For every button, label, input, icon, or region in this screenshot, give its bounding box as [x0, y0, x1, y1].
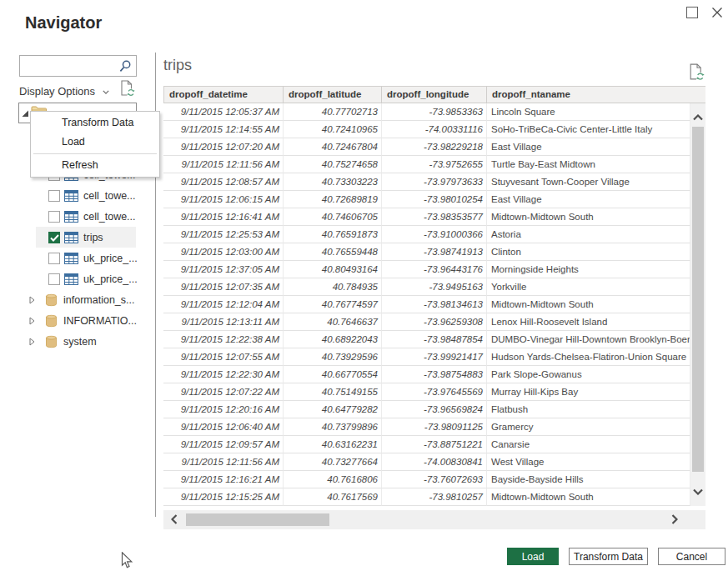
menu-item-transform-data[interactable]: Transform Data [31, 113, 159, 133]
tree-item-table[interactable]: uk_price_... [18, 268, 137, 289]
horizontal-scroll-thumb[interactable] [186, 513, 329, 526]
tree-item-database[interactable]: system [18, 331, 137, 352]
display-options-dropdown[interactable]: Display Options [19, 83, 109, 98]
table-row: 9/11/2015 12:06:40 AM 40.73799896 -73.98… [163, 418, 705, 436]
cell: -73.98353577 [382, 208, 487, 226]
cell: 40.73929596 [284, 348, 382, 366]
cell: -73.98229218 [382, 138, 487, 156]
table-icon [64, 190, 78, 202]
search-box[interactable] [19, 55, 137, 77]
load-button[interactable]: Load [507, 548, 559, 565]
cell: Lincoln Square [487, 103, 690, 121]
cell: 9/11/2015 12:12:04 AM [163, 296, 284, 313]
checkbox[interactable] [48, 273, 60, 285]
cell: 9/11/2015 12:07:20 AM [163, 138, 284, 156]
cell: 9/11/2015 12:16:41 AM [163, 208, 284, 226]
tree-item-database[interactable]: information_s... [18, 289, 137, 310]
vertical-scroll-thumb[interactable] [692, 127, 704, 472]
data-preview-table: dropoff_datetime dropoff_latitude dropof… [163, 86, 705, 506]
column-header[interactable]: dropoff_latitude [284, 87, 382, 103]
cell: 40.66770554 [284, 366, 382, 383]
scroll-left-icon[interactable] [171, 514, 178, 524]
table-row: 9/11/2015 12:15:25 AM 40.7617569 -73.981… [163, 488, 705, 506]
display-options-label: Display Options [19, 85, 95, 98]
table-row: 9/11/2015 12:11:56 AM 40.73277664 -74.00… [163, 453, 705, 471]
cell: -73.98741913 [382, 243, 487, 261]
maximize-button[interactable] [686, 7, 698, 18]
horizontal-scrollbar[interactable] [163, 510, 684, 529]
cell: 40.80493164 [284, 261, 382, 278]
chevron-right-icon[interactable] [29, 317, 35, 325]
table-row: 9/11/2015 12:06:15 AM 40.72689819 -73.98… [163, 191, 705, 208]
cell: East Village [487, 138, 690, 156]
cell: Midtown-Midtown South [487, 296, 690, 313]
table-row: 9/11/2015 12:13:11 AM 40.7646637 -73.962… [163, 313, 705, 331]
cell: 40.76774597 [284, 296, 382, 313]
cell: SoHo-TriBeCa-Civic Center-Little Italy [487, 121, 690, 138]
refresh-preview-icon-main[interactable] [688, 63, 705, 82]
navigator-tree: cell_towe... cell_towe... cell_towe... t… [18, 164, 137, 352]
search-input[interactable] [22, 58, 115, 74]
table-row: 9/11/2015 12:25:53 AM 40.76591873 -73.91… [163, 226, 705, 243]
tree-item-label: cell_towe... [83, 211, 136, 223]
cell: 40.7616806 [284, 471, 382, 488]
column-header[interactable]: dropoff_longitude [382, 87, 487, 103]
cell: Yorkville [487, 278, 690, 296]
column-header[interactable]: dropoff_datetime [164, 87, 284, 103]
table-row: 9/11/2015 12:09:57 AM 40.63162231 -73.88… [163, 436, 705, 453]
cell: 9/11/2015 12:22:38 AM [163, 331, 284, 348]
cell: 9/11/2015 12:37:05 AM [163, 261, 284, 278]
tree-item-label: uk_price_... [83, 273, 137, 285]
tree-item-database[interactable]: INFORMATIO... [18, 310, 137, 331]
tree-item-label: INFORMATIO... [63, 315, 137, 327]
scroll-up-icon[interactable] [693, 114, 703, 121]
cell: 40.7617569 [284, 488, 382, 506]
cell: Clinton [487, 243, 690, 261]
cell: Lenox Hill-Roosevelt Island [487, 313, 690, 331]
transform-data-button[interactable]: Transform Data [569, 548, 648, 565]
cell: 40.73277664 [284, 453, 382, 471]
menu-item-load[interactable]: Load [31, 133, 159, 152]
cell: -73.9853363 [382, 103, 487, 121]
cell: 40.784935 [284, 278, 382, 296]
cell: -73.98754883 [382, 366, 487, 383]
close-icon[interactable] [710, 5, 725, 20]
expanded-arrow-icon[interactable] [22, 110, 29, 118]
scroll-right-icon[interactable] [671, 514, 678, 524]
menu-item-refresh[interactable]: Refresh [31, 156, 159, 175]
cell: -73.99921417 [382, 348, 487, 366]
cell: Flatbush [487, 401, 690, 418]
cell: Midtown-Midtown South [487, 208, 690, 226]
cell: 9/11/2015 12:25:53 AM [163, 226, 284, 243]
cancel-button[interactable]: Cancel [658, 548, 725, 565]
cell: -73.88751221 [382, 436, 487, 453]
checkbox[interactable] [48, 253, 60, 264]
database-icon [45, 293, 58, 307]
checkbox[interactable] [48, 232, 60, 243]
checkbox[interactable] [48, 211, 60, 223]
refresh-preview-icon[interactable] [119, 79, 136, 98]
chevron-right-icon[interactable] [29, 338, 35, 346]
vertical-scrollbar[interactable] [690, 103, 705, 506]
table-row: 9/11/2015 12:05:37 AM 40.77702713 -73.98… [163, 103, 705, 121]
tree-item-table[interactable]: trips [18, 227, 137, 248]
cell: 9/11/2015 12:05:37 AM [163, 103, 284, 121]
scroll-down-icon[interactable] [693, 488, 703, 495]
cell: 9/11/2015 12:07:22 AM [163, 383, 284, 401]
checkbox[interactable] [48, 190, 60, 202]
cell: Astoria [487, 226, 690, 243]
tree-item-table[interactable]: cell_towe... [18, 206, 137, 227]
table-header-row: dropoff_datetime dropoff_latitude dropof… [163, 86, 705, 103]
cell: Stuyvesant Town-Cooper Village [487, 173, 690, 191]
tree-item-table[interactable]: uk_price_... [18, 248, 137, 268]
tree-item-table[interactable]: cell_towe... [18, 185, 137, 206]
column-header[interactable]: dropoff_ntaname [487, 87, 705, 103]
cell: -74.00331116 [382, 121, 487, 138]
cell: West Village [487, 453, 690, 471]
cell: -73.9495163 [382, 278, 487, 296]
chevron-right-icon[interactable] [29, 296, 35, 304]
cell: Morningside Heights [487, 261, 690, 278]
cell: -73.9752655 [382, 156, 487, 173]
cell: 9/11/2015 12:11:56 AM [163, 453, 284, 471]
tree-item-label: trips [83, 232, 103, 243]
